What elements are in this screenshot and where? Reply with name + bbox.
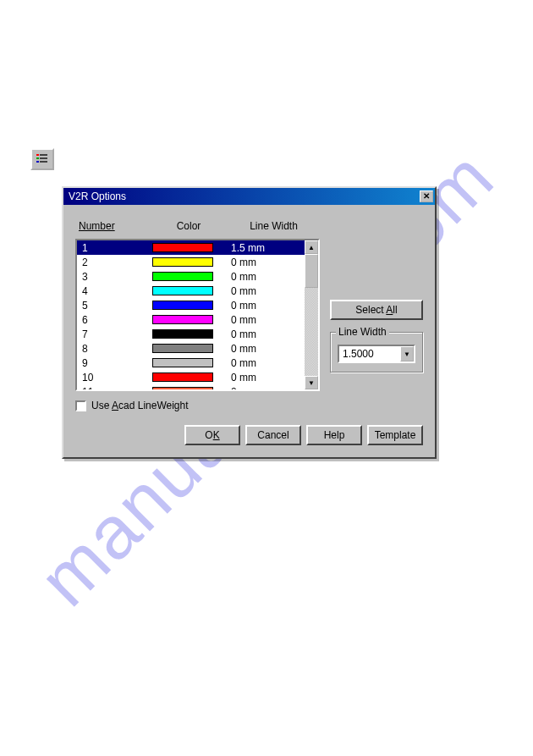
row-line-width: 0 mm — [221, 343, 303, 355]
color-swatch — [152, 243, 213, 252]
v2r-options-dialog: V2R Options ✕ Number Color Line Width 11… — [62, 186, 437, 459]
options-toolbar-icon[interactable] — [30, 148, 54, 170]
color-swatch — [152, 315, 213, 324]
use-acad-label: Use Acad LineWeight — [91, 400, 189, 411]
row-number: 3 — [79, 271, 145, 283]
color-swatch — [152, 387, 213, 389]
color-swatch — [152, 329, 213, 339]
row-line-width: 0 mm — [221, 314, 303, 326]
row-color-cell — [145, 358, 221, 367]
titlebar[interactable]: V2R Options ✕ — [63, 188, 435, 205]
svg-rect-2 — [36, 157, 39, 159]
window-title: V2R Options — [69, 190, 420, 202]
chevron-down-icon: ▼ — [404, 350, 410, 358]
svg-rect-5 — [40, 161, 47, 163]
template-button[interactable]: Template — [367, 425, 423, 445]
row-color-cell — [145, 344, 221, 353]
row-color-cell — [145, 243, 221, 252]
row-line-width: 0 mm — [221, 271, 303, 283]
list-row[interactable]: 11.5 mm — [77, 240, 305, 255]
list-row[interactable]: 40 mm — [77, 284, 305, 298]
svg-rect-4 — [36, 161, 39, 163]
row-line-width: 1.5 mm — [221, 242, 303, 254]
list-row[interactable]: 90 mm — [77, 356, 305, 370]
row-color-cell — [145, 372, 221, 382]
header-line-width: Line Width — [231, 220, 316, 232]
row-number: 5 — [79, 300, 145, 312]
row-number: 4 — [79, 285, 145, 297]
line-width-combo[interactable]: 1.5000 ▼ — [338, 345, 415, 363]
cancel-button[interactable]: Cancel — [245, 425, 301, 445]
row-line-width: 0 mm — [221, 257, 303, 268]
row-line-width: 0 mm — [221, 386, 303, 390]
color-listbox[interactable]: 11.5 mm20 mm30 mm40 mm50 mm60 mm70 mm80 … — [75, 239, 320, 391]
row-color-cell — [145, 286, 221, 295]
use-acad-checkbox[interactable] — [75, 400, 86, 411]
ok-button[interactable]: OK — [184, 425, 240, 445]
row-color-cell — [145, 257, 221, 267]
row-color-cell — [145, 301, 221, 310]
scroll-thumb[interactable] — [305, 254, 318, 288]
row-number: 6 — [79, 314, 145, 326]
list-row[interactable]: 110 mm — [77, 384, 305, 389]
list-color-icon — [36, 153, 49, 165]
close-button[interactable]: ✕ — [420, 190, 433, 202]
column-headers: Number Color Line Width — [75, 215, 320, 239]
list-row[interactable]: 30 mm — [77, 269, 305, 284]
list-row[interactable]: 100 mm — [77, 370, 305, 384]
svg-rect-0 — [36, 154, 39, 156]
list-row[interactable]: 50 mm — [77, 298, 305, 312]
svg-rect-1 — [40, 154, 47, 156]
row-number: 8 — [79, 343, 145, 355]
row-color-cell — [145, 272, 221, 281]
help-button[interactable]: Help — [306, 425, 362, 445]
row-number: 2 — [79, 257, 145, 268]
line-width-legend: Line Width — [336, 326, 389, 338]
scroll-down-button[interactable]: ▼ — [305, 376, 318, 389]
list-row[interactable]: 60 mm — [77, 312, 305, 327]
row-line-width: 0 mm — [221, 285, 303, 297]
header-number: Number — [79, 220, 115, 232]
row-color-cell — [145, 315, 221, 324]
scroll-track[interactable] — [305, 254, 318, 376]
scroll-up-button[interactable]: ▲ — [305, 240, 318, 254]
color-swatch — [152, 372, 213, 382]
row-color-cell — [145, 329, 221, 339]
row-number: 1 — [79, 242, 145, 254]
color-swatch — [152, 272, 213, 281]
list-row[interactable]: 20 mm — [77, 255, 305, 269]
row-number: 7 — [79, 328, 145, 340]
line-width-value: 1.5000 — [339, 346, 400, 361]
row-line-width: 0 mm — [221, 357, 303, 369]
row-line-width: 0 mm — [221, 300, 303, 312]
row-color-cell — [145, 387, 221, 389]
svg-rect-3 — [40, 157, 47, 159]
row-number: 10 — [79, 372, 145, 384]
scrollbar[interactable]: ▲ ▼ — [305, 240, 318, 389]
color-swatch — [152, 358, 213, 367]
close-icon: ✕ — [423, 192, 430, 201]
line-width-group: Line Width 1.5000 ▼ — [330, 332, 423, 372]
color-swatch — [152, 257, 213, 267]
color-swatch — [152, 344, 213, 353]
list-row[interactable]: 70 mm — [77, 327, 305, 341]
row-number: 11 — [79, 386, 145, 390]
select-all-button[interactable]: Select All — [330, 300, 423, 320]
combo-dropdown-button[interactable]: ▼ — [400, 346, 414, 361]
color-swatch — [152, 301, 213, 310]
row-line-width: 0 mm — [221, 372, 303, 384]
color-swatch — [152, 286, 213, 295]
row-line-width: 0 mm — [221, 328, 303, 340]
row-number: 9 — [79, 357, 145, 369]
header-color: Color — [146, 220, 231, 232]
list-row[interactable]: 80 mm — [77, 341, 305, 356]
